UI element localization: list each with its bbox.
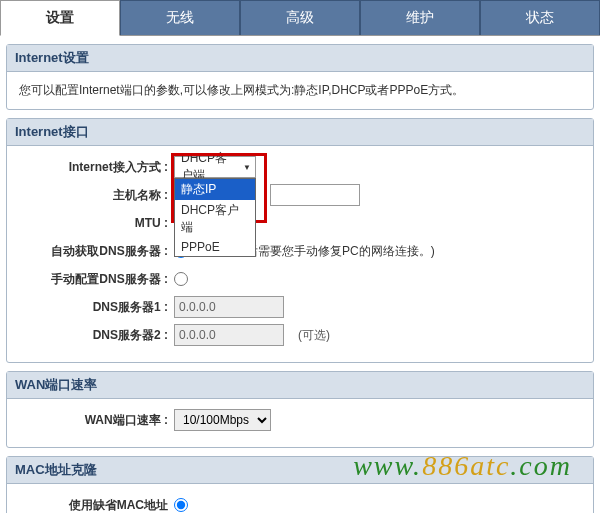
manual-dns-radio[interactable]: [174, 272, 188, 286]
mac-default-radio[interactable]: [174, 498, 188, 512]
dns1-label: DNS服务器1 :: [19, 299, 174, 316]
dropdown-option-pppoe[interactable]: PPPoE: [175, 238, 255, 256]
mac-default-label: 使用缺省MAC地址: [19, 497, 174, 514]
dns2-label: DNS服务器2 :: [19, 327, 174, 344]
wan-rate-label: WAN端口速率 :: [19, 412, 174, 429]
internet-settings-title: Internet设置: [7, 45, 593, 72]
internet-interface-title: Internet接口: [7, 119, 593, 146]
dns2-input[interactable]: [174, 324, 284, 346]
watermark: www.886atc.com: [353, 450, 572, 482]
tab-status[interactable]: 状态: [480, 0, 600, 35]
dropdown-list: 静态IP DHCP客户端 PPPoE: [174, 178, 256, 257]
wan-rate-section: WAN端口速率 WAN端口速率 : 10/100Mbps: [6, 371, 594, 448]
hostname-label: 主机名称 :: [19, 187, 174, 204]
auto-dns-label: 自动获取DNS服务器 :: [19, 243, 174, 260]
tab-bar: 设置 无线 高级 维护 状态: [0, 0, 600, 36]
wan-rate-select[interactable]: 10/100Mbps: [174, 409, 271, 431]
tab-maintain[interactable]: 维护: [360, 0, 480, 35]
tab-advanced[interactable]: 高级: [240, 0, 360, 35]
wan-rate-title: WAN端口速率: [7, 372, 593, 399]
manual-dns-label: 手动配置DNS服务器 :: [19, 271, 174, 288]
tab-settings[interactable]: 设置: [0, 0, 120, 36]
dns1-input[interactable]: [174, 296, 284, 318]
dns-hint: 置后需要您手动修复PC的网络连接。): [234, 243, 435, 260]
mtu-label: MTU :: [19, 216, 174, 230]
internet-settings-intro: 您可以配置Internet端口的参数,可以修改上网模式为:静态IP,DHCP或者…: [7, 72, 593, 109]
access-type-selected[interactable]: DHCP客户端: [174, 156, 256, 178]
hostname-input[interactable]: [270, 184, 360, 206]
access-type-label: Internet接入方式 :: [19, 159, 174, 176]
internet-settings-section: Internet设置 您可以配置Internet端口的参数,可以修改上网模式为:…: [6, 44, 594, 110]
access-type-dropdown[interactable]: DHCP客户端 静态IP DHCP客户端 PPPoE: [174, 156, 256, 178]
dropdown-option-static[interactable]: 静态IP: [175, 179, 255, 200]
tab-wireless[interactable]: 无线: [120, 0, 240, 35]
dropdown-option-dhcp[interactable]: DHCP客户端: [175, 200, 255, 238]
dns2-optional: (可选): [298, 327, 330, 344]
internet-interface-section: Internet接口 Internet接入方式 : DHCP客户端 静态IP D…: [6, 118, 594, 363]
